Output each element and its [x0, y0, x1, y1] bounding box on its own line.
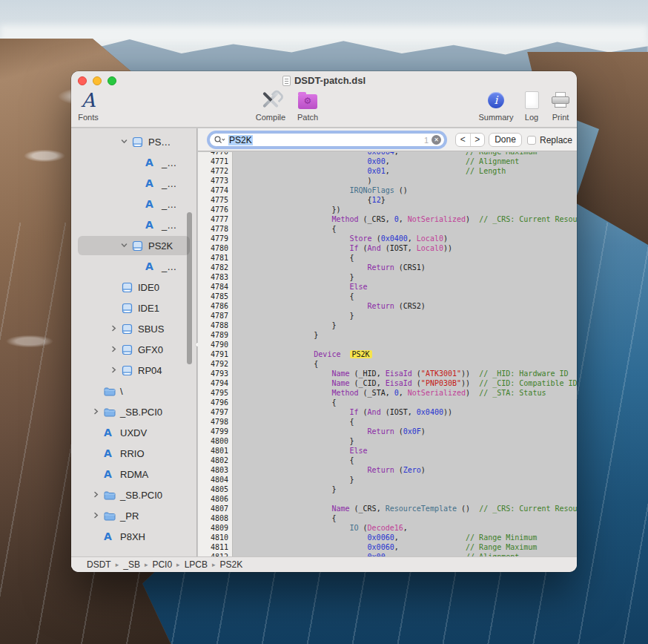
search-match-highlight: PS2K	[350, 350, 372, 358]
patch-toolbar-button[interactable]: ⚙ Patch	[292, 89, 323, 122]
sidebar-item-sbpci0[interactable]: _SB.PCI0	[71, 484, 196, 505]
code-line: 4777 Method (_CRS, 0, NotSerialized) // …	[198, 214, 577, 224]
line-number: 4787	[198, 311, 233, 321]
line-number: 4771	[198, 157, 233, 166]
sidebar-item-ide0[interactable]: IDE0	[71, 277, 196, 298]
line-number: 4801	[198, 446, 233, 456]
code-editor[interactable]: 4770 0x0064, // Range Maximum4771 0x00, …	[198, 152, 577, 556]
find-nav-buttons: < >	[455, 133, 485, 147]
find-input[interactable]: PS2K 1 ✕	[209, 133, 445, 147]
sidebar-item-uxdv[interactable]: AUXDV	[71, 422, 196, 443]
find-query-text: PS2K	[228, 135, 253, 145]
fonts-toolbar-button[interactable]: A Fonts	[74, 89, 102, 122]
next-match-button[interactable]: >	[471, 134, 485, 146]
sidebar-item-[interactable]: A_…	[71, 214, 196, 235]
sidebar-item-pr[interactable]: _PR	[71, 505, 196, 526]
sidebar-item-[interactable]: A_…	[71, 173, 196, 194]
folder-icon	[104, 407, 119, 417]
code-line: 4787 }	[198, 311, 577, 321]
line-number: 4791	[198, 349, 233, 359]
line-number: 4792	[198, 359, 233, 369]
line-number: 4789	[198, 330, 233, 340]
navigator-sidebar: PS…A_…A_…A_…A_…PS2KA_…IDE0IDE1SBUSGFX0RP…	[71, 128, 197, 572]
search-menu-icon[interactable]	[214, 136, 225, 144]
breadcrumb-separator-icon: ▸	[116, 561, 119, 568]
method-icon: A	[145, 177, 160, 189]
code-line: 4810 0x0060, // Range Minimum	[198, 533, 577, 542]
code-line: 4775 {12}	[198, 195, 577, 205]
sidebar-item-p8xh[interactable]: AP8XH	[71, 526, 196, 547]
line-number: 4800	[198, 436, 233, 446]
sidebar-item-[interactable]: A_…	[71, 194, 196, 214]
acpi-tree: PS…A_…A_…A_…A_…PS2KA_…IDE0IDE1SBUSGFX0RP…	[71, 131, 196, 572]
code-line: 4783 }	[198, 272, 577, 282]
wallpaper-clouds	[0, 25, 648, 45]
log-label: Log	[519, 113, 544, 122]
code-line: 4773 )	[198, 176, 577, 185]
breadcrumb-item-dsdt[interactable]: DSDT	[87, 559, 111, 570]
code-line: 4809 IO (Decode16,	[198, 523, 577, 533]
print-toolbar-button[interactable]: Print	[547, 89, 574, 122]
sidebar-item-sbpci0[interactable]: _SB.PCI0	[71, 401, 196, 422]
info-icon: i	[488, 92, 504, 108]
log-toolbar-button[interactable]: Log	[519, 89, 544, 122]
sidebar-item-rp04[interactable]: RP04	[71, 360, 196, 381]
sidebar-item-label: _…	[162, 220, 176, 231]
sidebar-item-label: _PR	[120, 510, 139, 522]
breadcrumb-item-pci0[interactable]: PCI0	[152, 559, 172, 570]
breadcrumb-item-ps2k[interactable]: PS2K	[220, 559, 243, 570]
window-title: DSDT-patch.dsl	[294, 75, 366, 86]
sidebar-item-ps2k[interactable]: PS2K	[71, 235, 196, 256]
patch-folder-icon: ⚙	[298, 94, 317, 109]
line-number: 4777	[198, 214, 233, 224]
find-bar: PS2K 1 ✕ < > Done Replace	[198, 128, 577, 151]
compile-toolbar-button[interactable]: Compile	[252, 89, 289, 122]
sidebar-scrollbar-thumb[interactable]	[187, 212, 192, 364]
replace-checkbox[interactable]	[527, 136, 536, 145]
titlebar-toolbar: DSDT-patch.dsl A Fonts Compile ⚙ Patch i…	[71, 71, 577, 128]
sidebar-item-gfx0[interactable]: GFX0	[71, 339, 196, 360]
sidebar-item-sbus[interactable]: SBUS	[71, 318, 196, 339]
code-line: 4779 Store (0x0400, Local0)	[198, 234, 577, 243]
sidebar-item-label: PS2K	[148, 240, 173, 252]
summary-label: Summary	[476, 113, 516, 122]
sidebar-item-[interactable]: A_…	[71, 256, 196, 277]
sidebar-item-rdma[interactable]: ARDMA	[71, 464, 196, 484]
window-title-area: DSDT-patch.dsl	[71, 75, 577, 86]
done-button[interactable]: Done	[489, 133, 522, 147]
device-icon	[122, 303, 136, 314]
sidebar-item-label: _SB.PCI0	[120, 407, 162, 418]
replace-label: Replace	[540, 135, 572, 145]
breadcrumb-separator-icon: ▸	[212, 561, 216, 568]
breadcrumb-item-lpcb[interactable]: LPCB	[185, 559, 208, 570]
code-line: 4774 IRQNoFlags ()	[198, 185, 577, 195]
method-icon: A	[104, 427, 119, 438]
sidebar-item-ide1[interactable]: IDE1	[71, 298, 196, 318]
summary-toolbar-button[interactable]: i Summary	[476, 89, 516, 122]
line-number: 4786	[198, 301, 233, 311]
line-number: 4788	[198, 321, 233, 330]
method-icon: A	[145, 157, 160, 168]
sidebar-item-label: UXDV	[120, 427, 147, 438]
sidebar-item-[interactable]: \	[71, 381, 196, 401]
sidebar-item-rrio[interactable]: ARRIO	[71, 443, 196, 464]
breadcrumb-item-sb[interactable]: _SB	[123, 559, 140, 570]
compile-tools-icon	[261, 91, 280, 110]
code-line: 4776 })	[198, 205, 577, 214]
code-line: 4794 Name (_CID, EisaId ("PNP030B")) // …	[198, 378, 577, 388]
document-icon	[282, 76, 291, 86]
code-line: 4798 {	[198, 417, 577, 427]
method-icon: A	[145, 260, 160, 272]
match-count: 1	[424, 136, 429, 145]
sidebar-item-label: RP04	[138, 365, 162, 376]
patch-label: Patch	[292, 113, 323, 122]
previous-match-button[interactable]: <	[456, 134, 471, 146]
sidebar-item-ps[interactable]: PS…	[71, 131, 196, 152]
line-number: 4804	[198, 475, 233, 484]
code-line: 4802 {	[198, 456, 577, 465]
device-icon	[122, 323, 136, 335]
gear-icon: ⚙	[298, 96, 317, 106]
code-line: 4785 {	[198, 292, 577, 301]
sidebar-item-[interactable]: A_…	[71, 152, 196, 173]
clear-search-icon[interactable]: ✕	[432, 135, 441, 145]
